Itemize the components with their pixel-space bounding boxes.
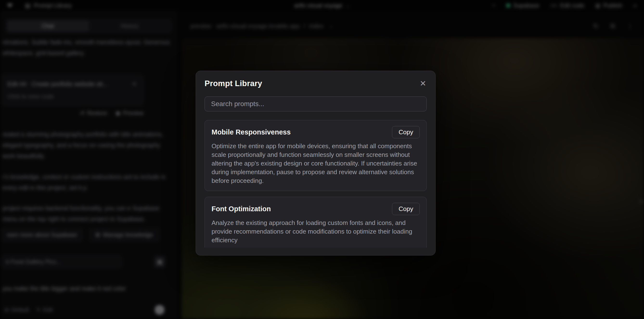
prompt-description: Optimize the entire app for mobile devic… xyxy=(212,142,420,185)
prompt-card: Mobile Responsiveness Copy Optimize the … xyxy=(204,120,427,191)
prompt-card: Font Optimization Copy Analyze the exist… xyxy=(204,197,427,248)
prompt-title: Font Optimization xyxy=(212,205,271,213)
prompt-list: Mobile Responsiveness Copy Optimize the … xyxy=(204,120,427,248)
prompt-search-input[interactable] xyxy=(204,96,427,112)
app-window: ❤ ▤ Prompt Library artfo visual voyage ⌄… xyxy=(0,0,644,319)
prompt-description: Analyze the existing approach for loadin… xyxy=(212,218,420,244)
copy-button[interactable]: Copy xyxy=(392,126,420,138)
prompt-title: Mobile Responsiveness xyxy=(212,128,291,136)
close-icon[interactable]: ✕ xyxy=(419,79,427,88)
prompt-library-modal: Prompt Library ✕ Mobile Responsiveness C… xyxy=(196,71,436,256)
copy-button[interactable]: Copy xyxy=(392,203,420,215)
modal-title: Prompt Library xyxy=(204,79,262,88)
